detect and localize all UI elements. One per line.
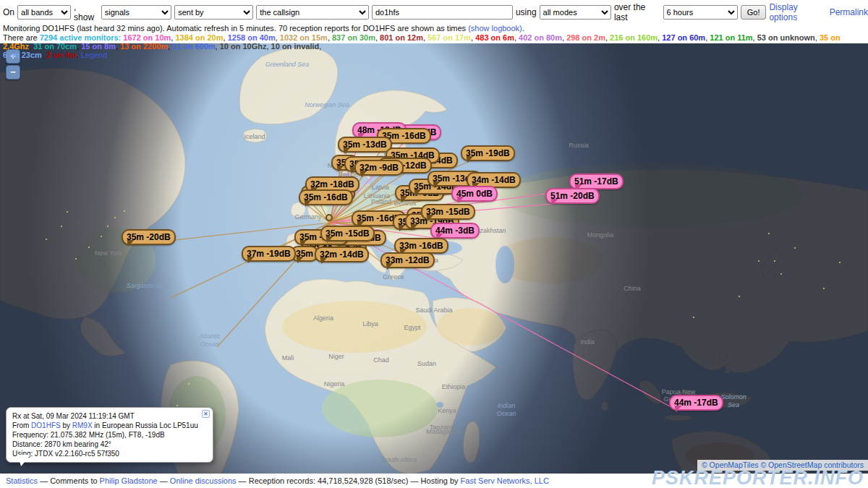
period-select[interactable]: 6 hours: [663, 5, 738, 20]
monitor-count: 1672 on 10m: [123, 33, 171, 42]
monitor-count: 31 on 70cm: [33, 42, 77, 51]
zoom-out-button[interactable]: −: [6, 65, 20, 80]
using-label: using: [516, 7, 537, 17]
statistics-link[interactable]: Statistics: [6, 476, 38, 485]
report-balloon[interactable]: 32m -9dB: [354, 160, 404, 176]
monitor-count: 10 on 10Ghz: [220, 42, 267, 51]
report-balloon[interactable]: 51m -20dB: [545, 188, 600, 204]
display-options-link[interactable]: Display options: [769, 2, 826, 22]
online-discussions-link[interactable]: Online discussions: [170, 476, 237, 485]
on-label: On: [3, 7, 14, 17]
monitor-count: 121 on 11m: [710, 33, 752, 42]
permalink-link[interactable]: Permalink: [830, 7, 868, 17]
report-balloon[interactable]: 32m -14dB: [315, 247, 369, 262]
callsign-type-select[interactable]: the callsign: [256, 5, 369, 20]
popup-from-line: From DO1HFS by RM9X in European Russia L…: [12, 421, 198, 430]
top-bar: On all bands , show signals sent by the …: [0, 0, 868, 43]
active-monitors-line: There are 7294 active monitors: 1672 on …: [0, 33, 868, 59]
report-balloon[interactable]: 33m -16dB: [394, 238, 448, 254]
reception-records: Reception records: 44,718,524,928 (518/s…: [249, 476, 409, 485]
popup-rx-line: Rx at Sat, 09 Mar 2024 11:19:14 GMT: [12, 411, 198, 421]
sender-callsign-link[interactable]: DO1HFS: [31, 421, 61, 429]
popup-frequency-line: Frequency: 21.075.382 MHz (15m), FT8, -1…: [12, 430, 198, 440]
sentby-select[interactable]: sent by: [174, 5, 253, 20]
legend-link[interactable]: Legend: [81, 51, 108, 59]
monitor-counts-row1: 1672 on 10m, 1384 on 20m, 1258 on 40m, 1…: [3, 33, 841, 51]
sender-marker[interactable]: [326, 214, 333, 221]
monitor-count: 127 on 60m: [662, 33, 705, 42]
monitor-count: 6 on 23cm: [3, 51, 42, 59]
report-balloon[interactable]: 37m -19dB: [242, 246, 296, 262]
monitor-count: 10 on invalid: [271, 42, 320, 51]
monitoring-status: Monitoring DO1HFS (last heard 32 mins ag…: [0, 23, 868, 33]
monitor-count: 483 on 6m: [475, 33, 514, 42]
status-text: Monitoring DO1HFS (last heard 32 mins ag…: [3, 24, 468, 33]
monitor-count: 1384 on 20m: [175, 33, 223, 42]
report-balloon[interactable]: 33m -15dB: [421, 204, 475, 220]
monitor-count: 53 on unknown: [757, 33, 815, 42]
callsign-input[interactable]: [372, 5, 513, 20]
report-balloon[interactable]: 35m -20dB: [122, 229, 176, 245]
monitor-counts-row2: 6 on 23cm, 2 on 4m.: [3, 51, 81, 59]
philip-gladstone-link[interactable]: Philip Gladstone: [100, 476, 158, 485]
world-map[interactable]: Greenland SeaNorwegian SeaSargasso SeaAt…: [0, 43, 868, 474]
monitor-count: 13 on 2200m: [120, 42, 168, 51]
active-monitors-count: 7294 active monitors:: [40, 33, 124, 42]
report-balloon[interactable]: 35m -15dB: [320, 226, 375, 241]
monitor-count: 2 on 4m: [46, 51, 77, 59]
show-logbook-link[interactable]: (show logbook): [468, 24, 522, 33]
monitor-count: 1258 on 40m: [228, 33, 276, 42]
report-balloon[interactable]: 51m -17dB: [569, 174, 624, 189]
go-button[interactable]: Go!: [741, 5, 767, 20]
close-icon[interactable]: ✕: [202, 410, 210, 418]
monitor-count: 1032 on 15m: [280, 33, 328, 42]
pskreporter-watermark: PSKREPORTER.INFO: [652, 467, 864, 488]
report-balloon[interactable]: 35m -19dB: [461, 145, 515, 161]
hosting-link[interactable]: Fast Serv Networks, LLC: [461, 476, 549, 485]
popup-using-line: Using: JTDX v2.2.160-rc5 57f350: [12, 449, 198, 458]
monitor-count: 402 on 80m: [519, 33, 562, 42]
signals-select[interactable]: signals: [101, 5, 171, 20]
report-balloon[interactable]: 44m -17dB: [669, 395, 723, 411]
monitor-count: 801 on 12m: [380, 33, 423, 42]
monitor-count: 216 on 160m: [610, 33, 658, 42]
receiver-callsign-link[interactable]: RM9X: [72, 421, 93, 429]
monitor-count: 567 on 17m: [427, 33, 471, 42]
modes-select[interactable]: all modes: [540, 5, 611, 20]
monitor-count: 15 on 8m: [81, 42, 116, 51]
overlast-label: over the last: [614, 2, 660, 22]
report-balloon[interactable]: 45m 0dB: [451, 186, 498, 202]
report-popup: ✕ Rx at Sat, 09 Mar 2024 11:19:14 GMT Fr…: [6, 407, 213, 463]
report-balloon[interactable]: 44m -3dB: [430, 223, 480, 239]
monitor-count: 298 on 2m: [566, 33, 605, 42]
popup-distance-line: Distance: 2870 km bearing 42°: [12, 440, 198, 449]
report-balloon[interactable]: 35m -16dB: [299, 189, 353, 205]
show-label: , show: [74, 2, 98, 22]
query-toolbar: On all bands , show signals sent by the …: [0, 0, 868, 23]
band-select[interactable]: all bands: [17, 5, 71, 20]
monitor-count: 837 on 30m: [332, 33, 375, 42]
report-balloon[interactable]: 33m -12dB: [380, 252, 435, 268]
monitor-count: 11 on 600m: [172, 42, 215, 51]
report-balloon[interactable]: 35m -13dB: [338, 137, 392, 153]
